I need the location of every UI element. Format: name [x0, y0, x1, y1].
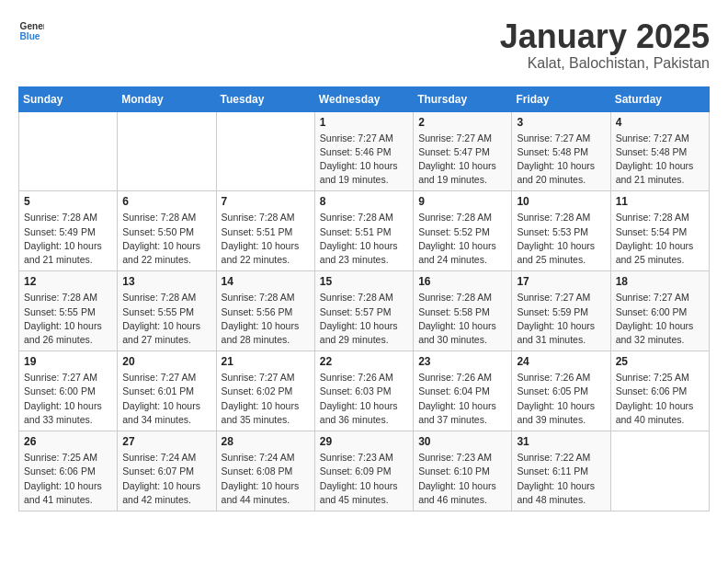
calendar-week-2: 12Sunrise: 7:28 AM Sunset: 5:55 PM Dayli… — [19, 271, 710, 351]
day-number: 30 — [418, 435, 506, 448]
day-info: Sunrise: 7:26 AM Sunset: 6:05 PM Dayligh… — [517, 371, 605, 427]
calendar-cell: 2Sunrise: 7:27 AM Sunset: 5:47 PM Daylig… — [414, 111, 512, 191]
day-number: 22 — [320, 355, 408, 368]
day-info: Sunrise: 7:25 AM Sunset: 6:06 PM Dayligh… — [616, 371, 704, 427]
day-number: 26 — [24, 435, 112, 448]
day-number: 25 — [616, 355, 704, 368]
day-info: Sunrise: 7:28 AM Sunset: 5:52 PM Dayligh… — [418, 211, 506, 267]
calendar-cell: 13Sunrise: 7:28 AM Sunset: 5:55 PM Dayli… — [118, 271, 216, 351]
calendar-cell: 22Sunrise: 7:26 AM Sunset: 6:03 PM Dayli… — [314, 351, 413, 431]
header-saturday: Saturday — [610, 86, 709, 111]
svg-text:Blue: Blue — [20, 31, 40, 41]
calendar-cell: 10Sunrise: 7:28 AM Sunset: 5:53 PM Dayli… — [512, 191, 610, 271]
day-info: Sunrise: 7:27 AM Sunset: 6:00 PM Dayligh… — [24, 371, 112, 427]
day-number: 21 — [222, 355, 310, 368]
day-info: Sunrise: 7:27 AM Sunset: 5:59 PM Dayligh… — [517, 291, 605, 347]
calendar-cell: 14Sunrise: 7:28 AM Sunset: 5:56 PM Dayli… — [216, 271, 314, 351]
day-number: 13 — [122, 275, 210, 288]
day-info: Sunrise: 7:23 AM Sunset: 6:10 PM Dayligh… — [418, 451, 506, 507]
day-info: Sunrise: 7:27 AM Sunset: 5:48 PM Dayligh… — [616, 132, 704, 188]
calendar-cell: 23Sunrise: 7:26 AM Sunset: 6:04 PM Dayli… — [414, 351, 512, 431]
day-number: 18 — [616, 275, 704, 288]
day-info: Sunrise: 7:28 AM Sunset: 5:55 PM Dayligh… — [122, 291, 210, 347]
calendar-week-4: 26Sunrise: 7:25 AM Sunset: 6:06 PM Dayli… — [19, 431, 710, 511]
day-number: 23 — [418, 355, 506, 368]
header-wednesday: Wednesday — [314, 86, 413, 111]
day-info: Sunrise: 7:26 AM Sunset: 6:03 PM Dayligh… — [320, 371, 408, 427]
day-info: Sunrise: 7:28 AM Sunset: 5:53 PM Dayligh… — [517, 211, 605, 267]
day-info: Sunrise: 7:24 AM Sunset: 6:08 PM Dayligh… — [222, 451, 310, 507]
calendar-table: Sunday Monday Tuesday Wednesday Thursday… — [18, 86, 710, 511]
svg-text:General: General — [20, 21, 44, 31]
day-number: 4 — [616, 116, 704, 129]
calendar-cell: 28Sunrise: 7:24 AM Sunset: 6:08 PM Dayli… — [216, 431, 314, 511]
day-number: 1 — [320, 116, 408, 129]
day-number: 19 — [24, 355, 112, 368]
calendar-cell: 29Sunrise: 7:23 AM Sunset: 6:09 PM Dayli… — [314, 431, 413, 511]
day-number: 2 — [418, 116, 506, 129]
day-number: 24 — [517, 355, 605, 368]
calendar-cell: 24Sunrise: 7:26 AM Sunset: 6:05 PM Dayli… — [512, 351, 610, 431]
day-info: Sunrise: 7:27 AM Sunset: 5:48 PM Dayligh… — [517, 132, 605, 188]
calendar-cell: 11Sunrise: 7:28 AM Sunset: 5:54 PM Dayli… — [610, 191, 709, 271]
calendar-week-3: 19Sunrise: 7:27 AM Sunset: 6:00 PM Dayli… — [19, 351, 710, 431]
day-info: Sunrise: 7:27 AM Sunset: 6:02 PM Dayligh… — [222, 371, 310, 427]
calendar-cell: 30Sunrise: 7:23 AM Sunset: 6:10 PM Dayli… — [414, 431, 512, 511]
calendar-cell: 4Sunrise: 7:27 AM Sunset: 5:48 PM Daylig… — [610, 111, 709, 191]
header-thursday: Thursday — [414, 86, 512, 111]
day-info: Sunrise: 7:28 AM Sunset: 5:51 PM Dayligh… — [320, 211, 408, 267]
day-info: Sunrise: 7:26 AM Sunset: 6:04 PM Dayligh… — [418, 371, 506, 427]
day-number: 10 — [517, 195, 605, 208]
calendar-cell: 19Sunrise: 7:27 AM Sunset: 6:00 PM Dayli… — [19, 351, 118, 431]
day-info: Sunrise: 7:28 AM Sunset: 5:51 PM Dayligh… — [222, 211, 310, 267]
calendar-week-0: 1Sunrise: 7:27 AM Sunset: 5:46 PM Daylig… — [19, 111, 710, 191]
calendar-cell — [118, 111, 216, 191]
calendar-cell: 9Sunrise: 7:28 AM Sunset: 5:52 PM Daylig… — [414, 191, 512, 271]
calendar-cell: 6Sunrise: 7:28 AM Sunset: 5:50 PM Daylig… — [118, 191, 216, 271]
title-block: January 2025 Kalat, Balochistan, Pakista… — [500, 18, 710, 72]
day-number: 3 — [517, 116, 605, 129]
calendar-cell: 8Sunrise: 7:28 AM Sunset: 5:51 PM Daylig… — [314, 191, 413, 271]
header-friday: Friday — [512, 86, 610, 111]
day-info: Sunrise: 7:28 AM Sunset: 5:57 PM Dayligh… — [320, 291, 408, 347]
day-info: Sunrise: 7:28 AM Sunset: 5:56 PM Dayligh… — [222, 291, 310, 347]
day-info: Sunrise: 7:28 AM Sunset: 5:54 PM Dayligh… — [616, 211, 704, 267]
header-row: Sunday Monday Tuesday Wednesday Thursday… — [19, 86, 710, 111]
day-info: Sunrise: 7:27 AM Sunset: 6:00 PM Dayligh… — [616, 291, 704, 347]
logo: General Blue — [18, 18, 44, 44]
day-number: 11 — [616, 195, 704, 208]
day-number: 31 — [517, 435, 605, 448]
calendar-cell: 27Sunrise: 7:24 AM Sunset: 6:07 PM Dayli… — [118, 431, 216, 511]
logo-icon: General Blue — [18, 18, 44, 44]
day-info: Sunrise: 7:28 AM Sunset: 5:58 PM Dayligh… — [418, 291, 506, 347]
calendar-cell: 25Sunrise: 7:25 AM Sunset: 6:06 PM Dayli… — [610, 351, 709, 431]
day-number: 14 — [222, 275, 310, 288]
calendar-cell: 5Sunrise: 7:28 AM Sunset: 5:49 PM Daylig… — [19, 191, 118, 271]
day-info: Sunrise: 7:28 AM Sunset: 5:49 PM Dayligh… — [24, 211, 112, 267]
day-info: Sunrise: 7:22 AM Sunset: 6:11 PM Dayligh… — [517, 451, 605, 507]
calendar-cell — [19, 111, 118, 191]
day-number: 27 — [122, 435, 210, 448]
calendar-subtitle: Kalat, Balochistan, Pakistan — [500, 55, 710, 72]
day-number: 9 — [418, 195, 506, 208]
header-sunday: Sunday — [19, 86, 118, 111]
day-number: 8 — [320, 195, 408, 208]
page-header: General Blue January 2025 Kalat, Balochi… — [18, 18, 710, 72]
calendar-week-1: 5Sunrise: 7:28 AM Sunset: 5:49 PM Daylig… — [19, 191, 710, 271]
day-number: 28 — [222, 435, 310, 448]
day-number: 5 — [24, 195, 112, 208]
day-info: Sunrise: 7:23 AM Sunset: 6:09 PM Dayligh… — [320, 451, 408, 507]
day-number: 15 — [320, 275, 408, 288]
day-info: Sunrise: 7:24 AM Sunset: 6:07 PM Dayligh… — [122, 451, 210, 507]
calendar-cell: 15Sunrise: 7:28 AM Sunset: 5:57 PM Dayli… — [314, 271, 413, 351]
calendar-cell: 1Sunrise: 7:27 AM Sunset: 5:46 PM Daylig… — [314, 111, 413, 191]
calendar-cell — [216, 111, 314, 191]
calendar-cell — [610, 431, 709, 511]
calendar-cell: 16Sunrise: 7:28 AM Sunset: 5:58 PM Dayli… — [414, 271, 512, 351]
calendar-title: January 2025 — [500, 18, 710, 55]
calendar-cell: 18Sunrise: 7:27 AM Sunset: 6:00 PM Dayli… — [610, 271, 709, 351]
day-number: 20 — [122, 355, 210, 368]
calendar-cell: 3Sunrise: 7:27 AM Sunset: 5:48 PM Daylig… — [512, 111, 610, 191]
calendar-cell: 26Sunrise: 7:25 AM Sunset: 6:06 PM Dayli… — [19, 431, 118, 511]
calendar-cell: 31Sunrise: 7:22 AM Sunset: 6:11 PM Dayli… — [512, 431, 610, 511]
